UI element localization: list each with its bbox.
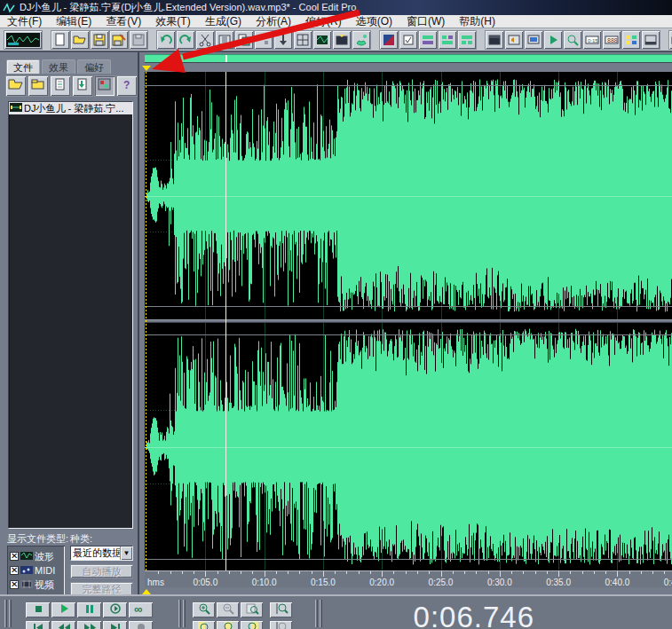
dock-window-button[interactable] [641,30,660,50]
speaker-window-button[interactable] [504,30,524,50]
waveform-canvas[interactable] [145,72,672,570]
checkbox-视频[interactable]: ✕ [10,580,19,589]
menu-item-5[interactable]: 生成(G) [198,15,249,28]
help-small-icon: ? [121,77,133,95]
tab-偏好[interactable]: 偏好 [77,59,111,74]
overview-navigation-bar[interactable] [145,54,672,63]
help-small-button[interactable]: ? [116,75,138,97]
zoom-sel-left-button[interactable] [192,620,216,629]
play-window-button[interactable] [543,30,563,50]
save-all-icon [131,33,146,47]
toolbar-grip[interactable] [9,600,12,627]
cd-window-button[interactable] [485,30,504,50]
mix-paste-button[interactable] [293,30,312,50]
open-folder-button[interactable] [5,75,27,97]
ruler-label: 0:10.0 [252,578,277,587]
tab-文件[interactable]: 文件 [6,59,40,74]
time-ruler[interactable]: hms 0:05.00:10.00:15.00:20.00:25.00:30.0… [145,570,672,587]
zoom-out-vertical-button[interactable] [269,620,293,629]
rewind-button[interactable] [51,620,76,629]
monitor-window-button[interactable] [524,30,543,50]
options-toggle-button[interactable] [94,75,115,97]
undo-button[interactable] [156,30,176,50]
file-list[interactable]: DJ小鱼儿 - 梁静茹.宁... [8,101,133,529]
zoom-selection-button[interactable] [216,620,240,629]
file-type-label: MIDI [35,565,55,576]
menu-item-9[interactable]: 窗口(W) [399,15,452,28]
save-file-button[interactable] [90,30,109,50]
file-list-item[interactable]: DJ小鱼儿 - 梁静茹.宁... [9,102,132,114]
menu-item-8[interactable]: 选项(O) [349,15,399,28]
new-file-button[interactable] [51,30,70,50]
ruler-minor-tick [229,571,230,574]
chevron-down-icon[interactable]: ▼ [120,546,132,560]
track-block-3-button[interactable] [457,30,477,50]
undo-icon [159,33,173,47]
play-looped-icon [108,602,123,618]
zoom-sel-left-icon [197,621,211,629]
checkbox-波形[interactable]: ✕ [10,552,19,561]
zoom-sel-right-button[interactable] [240,620,264,629]
trim-button[interactable] [215,30,234,50]
waveform-multitrack-toggle-button[interactable] [4,30,43,50]
paste-down-button[interactable] [273,30,293,50]
zoom-full-button[interactable] [240,601,264,618]
save-all-button[interactable] [129,30,148,50]
fast-forward-button[interactable] [76,620,102,629]
time-display[interactable]: 0:06.746 [414,601,534,629]
insert-file-button[interactable] [72,75,93,97]
track-block-2-button[interactable] [438,30,457,50]
close-file-folder-button[interactable] [28,75,49,97]
save-file-as-button[interactable] [109,30,129,50]
toolbar-group-view [4,30,43,50]
toolbar-grip[interactable] [320,600,322,627]
autoplay-button[interactable]: 自动播放 [70,564,133,578]
import-file-button[interactable] [50,75,71,97]
redo-button[interactable] [176,30,195,50]
go-to-start-button[interactable] [25,620,51,629]
toolbar-grip[interactable] [183,600,186,627]
ruler-major-tick [617,571,618,577]
loop-button[interactable]: ∞ [128,601,154,618]
menu-item-3[interactable]: 查看(V) [99,15,148,28]
track-block-1-button[interactable] [418,30,438,50]
toolbar-grip[interactable] [178,600,181,627]
record-phone-button[interactable] [352,30,371,50]
find-beats-button[interactable] [563,30,582,50]
play-looped-button[interactable] [102,601,128,618]
insert-in-multitrack-button[interactable] [312,30,332,50]
toolbar-grip[interactable] [4,600,7,627]
cut-button[interactable] [195,30,215,50]
zoom-in-vertical-button[interactable] [269,601,293,618]
options-check-button[interactable] [399,30,418,50]
open-file-button[interactable] [70,30,90,50]
stop-button[interactable] [25,601,51,618]
menu-item-10[interactable]: 帮助(H) [452,15,502,28]
pause-button[interactable] [76,601,102,618]
tab-效果[interactable]: 效果 [42,59,75,74]
stop-icon [31,602,45,618]
sort-dropdown[interactable]: 最近的数据 ▼ [70,546,133,561]
track-colors-button[interactable] [621,30,641,50]
mix-view-button[interactable] [379,30,399,50]
counter-window-button[interactable]: 888 [602,30,621,50]
record-button[interactable] [128,620,154,629]
menu-item-2[interactable]: 编辑(E) [49,15,99,28]
menu-item-4[interactable]: 效果(T) [148,15,197,28]
repeat-last-button[interactable] [254,30,273,50]
selection-start-marker[interactable] [142,66,151,71]
time-window-button[interactable]: 0:15 [582,30,602,50]
play-button[interactable] [51,601,76,618]
title-bar[interactable]: DJ小鱼儿 - 梁静茹.宁夏(Dj小鱼儿.Extended Version).w… [0,0,672,15]
menu-item-6[interactable]: 分析(A) [249,15,298,28]
shortcut-keys-button[interactable]: ≡ [668,30,672,50]
zoom-out-button[interactable] [216,601,240,618]
capture-video-button[interactable] [332,30,352,50]
checkbox-MIDI[interactable]: ✕ [10,566,19,575]
go-to-end-button[interactable] [102,620,128,629]
menu-item-1[interactable]: 文件(F) [0,15,49,28]
toolbar-grip[interactable] [315,600,318,627]
copy-to-new-button[interactable] [234,30,254,50]
zoom-in-button[interactable] [192,601,216,618]
menu-item-7[interactable]: 偏好(R) [298,15,349,28]
